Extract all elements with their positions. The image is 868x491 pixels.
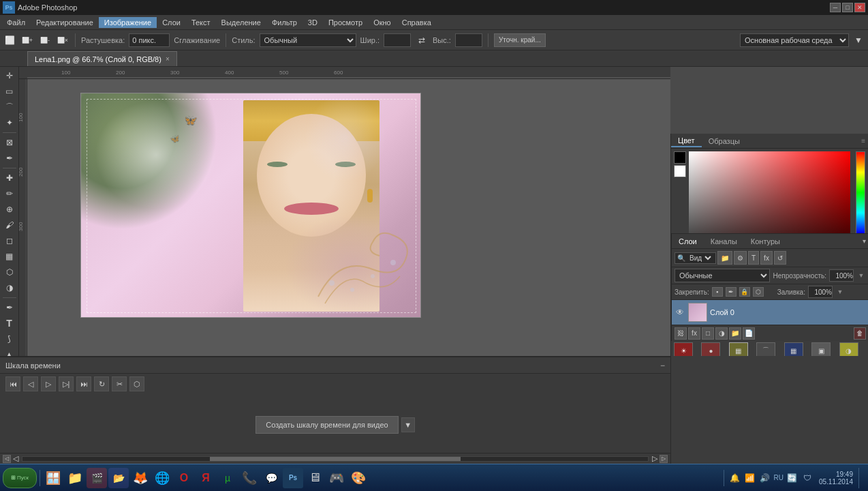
menu-3d[interactable]: 3D: [303, 17, 323, 28]
workspace-expand-icon[interactable]: ▼: [852, 33, 865, 47]
scroll-track[interactable]: [22, 456, 649, 462]
taskbar-icon-opera[interactable]: O: [174, 468, 194, 488]
titlebar-controls[interactable]: ─ □ ✕: [830, 3, 865, 12]
scroll-left-button[interactable]: ◁: [3, 455, 11, 463]
layers-panel-collapse[interactable]: ▾: [860, 237, 868, 245]
sys-icon-security[interactable]: 🛡: [801, 472, 813, 484]
pen-tool[interactable]: [2, 300, 17, 315]
height-input[interactable]: [455, 33, 482, 47]
fill-input[interactable]: [808, 286, 833, 298]
opacity-input[interactable]: [829, 269, 854, 282]
timeline-loop[interactable]: ↻: [94, 376, 109, 391]
tab-paths[interactable]: Контуры: [744, 236, 787, 247]
layer-styles-button[interactable]: fx: [688, 327, 700, 340]
layer-row[interactable]: 👁 Слой 0: [672, 300, 868, 325]
taskbar-icon-qip[interactable]: 💬: [261, 468, 281, 488]
timeline-first-frame[interactable]: ⏮: [5, 376, 20, 391]
correction-curves[interactable]: ⌒: [756, 342, 775, 356]
menu-help[interactable]: Справка: [397, 17, 437, 28]
tool-subtract-selection[interactable]: ⬜-: [38, 33, 52, 47]
correction-levels[interactable]: ▦: [729, 342, 748, 356]
blur-tool[interactable]: [2, 265, 17, 280]
move-tool[interactable]: [2, 68, 17, 83]
layer-visibility-toggle[interactable]: 👁: [675, 307, 685, 318]
layer-refresh-button[interactable]: ↺: [774, 251, 786, 265]
rect-select-tool[interactable]: [2, 84, 17, 99]
timeline-play[interactable]: ▷: [41, 376, 56, 391]
menu-file[interactable]: Файл: [1, 17, 31, 28]
correction-blackwhite[interactable]: ◑: [839, 342, 858, 356]
new-fill-layer-button[interactable]: ◑: [715, 327, 728, 340]
menu-text[interactable]: Текст: [186, 17, 216, 28]
taskbar-icon-winrar[interactable]: 📂: [108, 468, 129, 488]
taskbar-icon-game[interactable]: 🎮: [326, 468, 347, 488]
lock-pixel-button[interactable]: ▪: [712, 287, 723, 297]
new-adjustment-button[interactable]: ⚙: [734, 251, 747, 265]
menu-select[interactable]: Выделение: [216, 17, 266, 28]
sys-icon-update[interactable]: 🔄: [786, 472, 799, 484]
heal-tool[interactable]: [2, 170, 17, 185]
opacity-down-arrow[interactable]: ▼: [856, 271, 866, 280]
add-mask-button[interactable]: □: [702, 327, 714, 340]
sys-icon-volume[interactable]: 🔊: [758, 472, 771, 484]
document-tab[interactable]: Lena1.png @ 66.7% (Слой 0, RGB/8) ×: [27, 51, 177, 66]
layer-mask-button[interactable]: fx: [760, 251, 773, 265]
sys-icon-1[interactable]: 🔔: [728, 472, 741, 484]
lasso-tool[interactable]: [2, 100, 17, 115]
taskbar-icon-photoshop[interactable]: Ps: [283, 468, 303, 488]
menu-layers[interactable]: Слои: [157, 17, 186, 28]
menu-edit[interactable]: Редактирование: [31, 17, 99, 28]
search-filter[interactable]: 🔍 Вид: [675, 252, 716, 264]
width-input[interactable]: [384, 33, 411, 47]
swap-icon[interactable]: ⇄: [415, 33, 429, 47]
menu-view[interactable]: Просмотр: [323, 17, 368, 28]
scroll-right-icon[interactable]: ▷: [650, 454, 660, 463]
tool-add-selection[interactable]: ⬜+: [20, 33, 34, 47]
timeline-prev-frame[interactable]: ◁: [23, 376, 38, 391]
brush-tool[interactable]: [2, 186, 17, 201]
menu-image[interactable]: Изображение: [99, 17, 157, 28]
filter-type-select[interactable]: Вид: [687, 254, 713, 263]
dodge-tool[interactable]: [2, 280, 17, 295]
menu-window[interactable]: Окно: [368, 17, 397, 28]
taskbar-icon-skype[interactable]: 📞: [239, 468, 260, 488]
tool-intersect-selection[interactable]: ⬜×: [56, 33, 69, 47]
scroll-right-button[interactable]: ▷: [660, 455, 668, 463]
locale-indicator[interactable]: RU: [773, 474, 783, 481]
new-layer-button[interactable]: T: [748, 251, 759, 265]
tab-color[interactable]: Цвет: [671, 135, 702, 147]
fill-down-arrow[interactable]: ▼: [835, 287, 845, 297]
eraser-tool[interactable]: [2, 233, 17, 248]
new-group-footer-button[interactable]: 📁: [729, 327, 741, 340]
taskbar-icon-folder[interactable]: 📁: [65, 468, 85, 488]
blend-mode-select[interactable]: Обычные: [675, 269, 770, 282]
lock-4-button[interactable]: ⬡: [753, 287, 764, 297]
tool-new-selection[interactable]: ⬜: [3, 33, 16, 47]
taskbar-icon-yandex[interactable]: Я: [196, 468, 216, 488]
new-layer-footer-button[interactable]: 📄: [743, 327, 755, 340]
timeline-cut[interactable]: ✂: [112, 376, 127, 391]
workspace-select[interactable]: Основная рабочая среда: [740, 33, 849, 47]
tab-channels[interactable]: Каналы: [704, 236, 744, 247]
taskbar-icon-chrome[interactable]: 🌐: [152, 468, 172, 488]
sys-icon-network[interactable]: 📶: [743, 472, 756, 484]
correction-brightness[interactable]: ☀: [674, 342, 693, 356]
tab-close-button[interactable]: ×: [166, 55, 170, 63]
refine-edge-button[interactable]: Уточн. край...: [494, 33, 546, 47]
path-select-tool[interactable]: [2, 331, 17, 346]
create-video-timeline-button[interactable]: Создать шкалу времени для видео: [255, 416, 398, 434]
correction-colorbalance[interactable]: ▦: [784, 342, 803, 356]
close-button[interactable]: ✕: [854, 3, 865, 12]
eyedrop-tool[interactable]: [2, 151, 17, 166]
text-tool[interactable]: [2, 316, 17, 331]
timeline-next-frame[interactable]: ▷|: [59, 376, 74, 391]
clock-display[interactable]: 19:49 05.11.2014: [816, 471, 856, 486]
taskbar-icon-misc[interactable]: 🎨: [348, 468, 369, 488]
minimize-button[interactable]: ─: [830, 3, 841, 12]
tab-swatches[interactable]: Образцы: [702, 136, 747, 147]
taskbar-icon-utorrent[interactable]: µ: [217, 468, 238, 488]
taskbar-icon-firefox[interactable]: 🦊: [130, 468, 151, 488]
feather-input[interactable]: [129, 33, 170, 47]
correction-hue[interactable]: ▣: [811, 342, 831, 356]
menu-filter[interactable]: Фильтр: [266, 17, 303, 28]
